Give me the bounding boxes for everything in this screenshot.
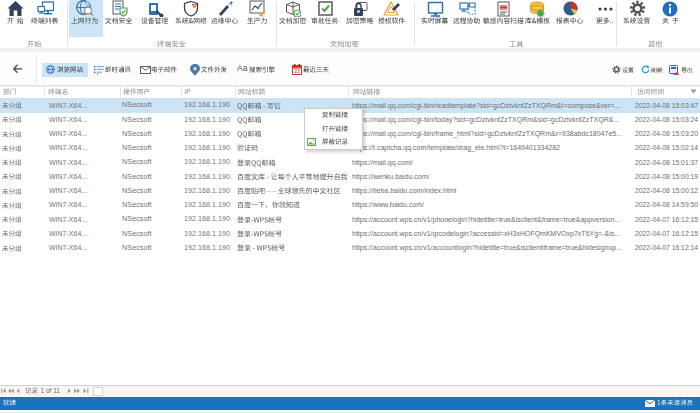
svg-text:23: 23 [294,68,300,74]
